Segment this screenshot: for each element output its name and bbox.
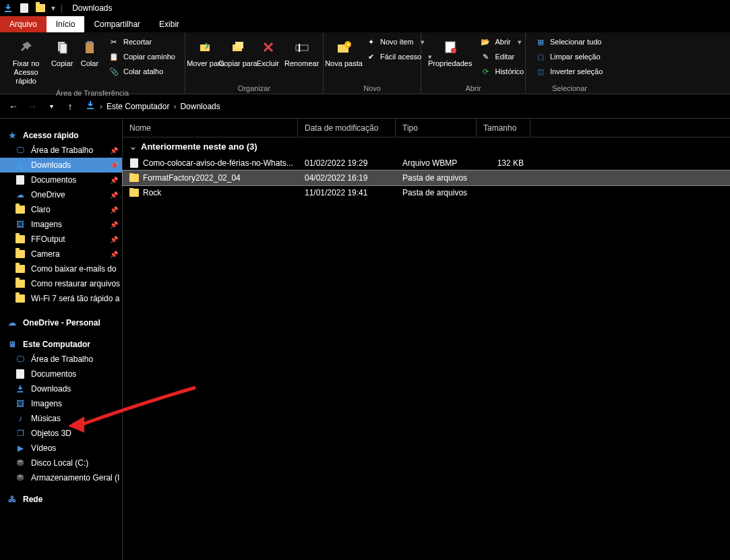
sidebar-item-objetos-3d[interactable]: ❒Objetos 3D xyxy=(0,426,122,441)
sidebar-item-como-restaurar-arquivos[interactable]: Como restaurar arquivos xyxy=(0,276,122,291)
crumb-this-pc[interactable]: Este Computador xyxy=(107,102,169,111)
document-icon xyxy=(15,369,26,379)
sidebar-item-label: Camera xyxy=(31,249,60,259)
group-clipboard-label: Área de Transferência xyxy=(5,89,179,97)
window-title: Downloads xyxy=(72,3,112,13)
copy-to-button[interactable]: Copiar para xyxy=(223,35,253,83)
sidebar-item-disco-local-(c:)[interactable]: ⛃Disco Local (C:) xyxy=(0,456,122,470)
sidebar-item-documentos[interactable]: Documentos📌 xyxy=(0,173,122,187)
sidebar-this-pc[interactable]: 🖥 Este Computador xyxy=(0,337,122,352)
sidebar-item-downloads[interactable]: Downloads xyxy=(0,381,122,396)
sidebar-item-label: Downloads xyxy=(31,160,71,170)
file-row[interactable]: Como-colocar-aviso-de-férias-no-Whats...… xyxy=(123,156,730,170)
edit-icon: ✎ xyxy=(480,51,491,62)
invert-selection-button[interactable]: ◫ Inverter seleção xyxy=(531,65,607,78)
sidebar-item-label: Objetos 3D xyxy=(31,429,71,438)
up-button[interactable]: ↑ xyxy=(62,98,78,115)
sidebar-item-label: Área de Trabalho xyxy=(31,146,93,155)
sidebar-item-como-baixar-e-mails-do[interactable]: Como baixar e-mails do xyxy=(0,261,122,276)
file-name: Rock xyxy=(143,188,161,197)
recent-dropdown[interactable]: ▾ xyxy=(43,98,59,115)
disk-icon: ⛃ xyxy=(15,472,26,483)
address-bar[interactable]: › Este Computador › Downloads xyxy=(81,98,725,115)
forward-button[interactable]: → xyxy=(24,98,40,115)
clear-selection-button[interactable]: ▢ Limpar seleção xyxy=(531,50,607,63)
properties-button[interactable]: Propriedades xyxy=(427,35,473,83)
folder-icon xyxy=(15,204,26,215)
file-date: 11/01/2022 19:41 xyxy=(298,188,396,197)
col-name[interactable]: Nome xyxy=(123,119,298,137)
delete-button[interactable]: Excluir xyxy=(255,35,280,83)
file-row[interactable]: Rock11/01/2022 19:41Pasta de arquivos xyxy=(123,185,730,200)
history-button[interactable]: ⟳ Histórico xyxy=(476,65,528,78)
svg-point-13 xyxy=(451,48,456,53)
copy-path-button[interactable]: 📋 Copiar caminho xyxy=(104,50,179,63)
pin-icon: 📌 xyxy=(110,206,118,214)
sidebar-item-vídeos[interactable]: ▶Vídeos xyxy=(0,441,122,456)
sidebar-item-documentos[interactable]: Documentos xyxy=(0,367,122,381)
sidebar: ★ Acesso rápido 🖵Área de Trabalho📌Downlo… xyxy=(0,119,123,560)
ribbon-tabs: Arquivo Início Compartilhar Exibir xyxy=(0,16,730,32)
file-white-icon xyxy=(19,3,30,13)
pin-icon: 📌 xyxy=(110,191,118,199)
sidebar-quick-access[interactable]: ★ Acesso rápido xyxy=(0,128,122,143)
rename-button[interactable]: Renomear xyxy=(283,35,320,83)
sidebar-item-músicas[interactable]: ♪Músicas xyxy=(0,411,122,426)
sidebar-item-camera[interactable]: Camera📌 xyxy=(0,247,122,261)
sidebar-item-imagens[interactable]: 🖼Imagens📌 xyxy=(0,217,122,232)
file-group-header[interactable]: ⌄ Anteriormente neste ano (3) xyxy=(123,137,730,156)
document-icon xyxy=(15,175,26,185)
move-to-icon xyxy=(195,36,216,58)
cut-button[interactable]: ✂ Recortar xyxy=(104,35,179,49)
tab-compartilhar[interactable]: Compartilhar xyxy=(84,16,150,32)
sidebar-item-label: Como restaurar arquivos xyxy=(31,279,120,288)
sidebar-item-downloads[interactable]: Downloads📌 xyxy=(0,158,122,173)
pin-quick-access-button[interactable]: Fixar no Acesso rápido xyxy=(5,35,47,88)
svg-rect-3 xyxy=(87,41,92,44)
open-button[interactable]: 📂 Abrir▾ xyxy=(476,35,528,49)
cube-icon: ❒ xyxy=(15,428,26,439)
sidebar-item-área-de-trabalho[interactable]: 🖵Área de Trabalho📌 xyxy=(0,143,122,158)
tab-exibir[interactable]: Exibir xyxy=(150,16,189,32)
sidebar-item-label: Documentos xyxy=(31,175,76,185)
copy-button[interactable]: Copiar xyxy=(49,35,75,88)
sidebar-item-armazenamento-geral-(i[interactable]: ⛃Armazenamento Geral (I xyxy=(0,470,122,485)
sidebar-onedrive[interactable]: ☁ OneDrive - Personal xyxy=(0,315,122,330)
sidebar-item-ffoutput[interactable]: FFOutput📌 xyxy=(0,232,122,247)
downloads-icon xyxy=(3,3,13,13)
paste-button[interactable]: Colar xyxy=(78,35,102,88)
file-row[interactable]: FormatFactory2022_02_0404/02/2022 16:19P… xyxy=(123,170,730,185)
tab-arquivo[interactable]: Arquivo xyxy=(0,16,47,32)
sidebar-item-claro[interactable]: Claro📌 xyxy=(0,202,122,217)
svg-rect-6 xyxy=(235,42,243,49)
sidebar-item-imagens[interactable]: 🖼Imagens xyxy=(0,396,122,411)
disk-icon: ⛃ xyxy=(15,458,26,468)
sidebar-item-onedrive[interactable]: ☁OneDrive📌 xyxy=(0,187,122,202)
group-select-label: Selecionar xyxy=(531,84,608,92)
sidebar-item-wi-fi-7-será-tão-rápido-a[interactable]: Wi-Fi 7 será tão rápido a xyxy=(0,291,122,306)
sidebar-rede[interactable]: 🖧 Rede xyxy=(0,492,122,507)
column-headers: Nome Data de modificação Tipo Tamanho xyxy=(123,119,730,137)
crumb-downloads[interactable]: Downloads xyxy=(180,102,220,111)
back-button[interactable]: ← xyxy=(5,98,22,115)
col-type[interactable]: Tipo xyxy=(396,119,477,137)
col-size[interactable]: Tamanho xyxy=(477,119,530,137)
sidebar-item-área-de-trabalho[interactable]: 🖵Área de Trabalho xyxy=(0,352,122,367)
video-icon: ▶ xyxy=(15,443,26,454)
new-folder-button[interactable]: ✦ Nova pasta xyxy=(329,35,359,83)
tab-inicio[interactable]: Início xyxy=(47,16,85,32)
file-date: 01/02/2022 19:29 xyxy=(298,158,396,168)
edit-button[interactable]: ✎ Editar xyxy=(476,50,528,63)
file-name: Como-colocar-aviso-de-férias-no-Whats... xyxy=(143,158,293,168)
pin-icon xyxy=(16,36,37,58)
properties-icon xyxy=(439,36,461,58)
sidebar-item-label: Imagens xyxy=(31,399,62,408)
delete-icon xyxy=(257,36,279,58)
qat-dropdown-icon[interactable]: ▾ xyxy=(51,3,55,13)
pin-icon: 📌 xyxy=(110,221,118,228)
move-to-button[interactable]: Mover para xyxy=(191,35,220,83)
col-date[interactable]: Data de modificação xyxy=(298,119,396,137)
folder-icon xyxy=(15,263,26,274)
select-all-button[interactable]: ▦ Selecionar tudo xyxy=(531,35,607,49)
paste-shortcut-button[interactable]: 📎 Colar atalho xyxy=(104,65,179,78)
